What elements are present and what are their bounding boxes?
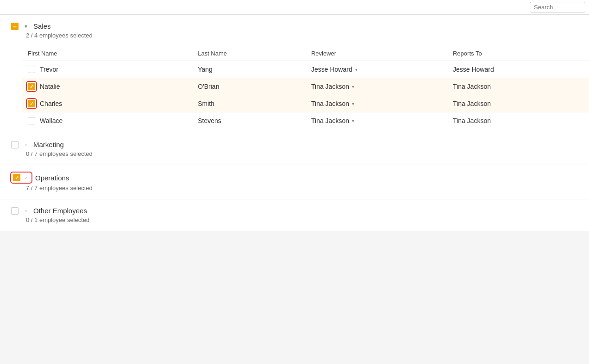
employee-reviewer: Tina Jackson ▾ <box>306 95 447 112</box>
search-input[interactable] <box>530 2 585 12</box>
sales-table-wrapper: First Name Last Name Reviewer Reports To… <box>0 46 589 129</box>
operations-subtitle: 7 / 7 employees selected <box>0 185 589 199</box>
marketing-chevron-icon[interactable]: › <box>22 141 30 148</box>
operations-checkbox[interactable] <box>13 174 20 181</box>
employee-firstname: Natalie <box>40 83 60 90</box>
sales-table: First Name Last Name Reviewer Reports To… <box>22 46 589 129</box>
employee-firstname-cell: Trevor <box>22 61 192 78</box>
employee-lastname: Stevens <box>192 112 306 130</box>
trevor-checkbox[interactable] <box>28 66 35 73</box>
table-row: Natalie O'Brian Tina Jackson ▾ Tina Jack… <box>22 78 589 95</box>
wallace-checkbox[interactable] <box>28 117 35 124</box>
marketing-title: Marketing <box>33 141 64 148</box>
top-bar <box>0 0 589 15</box>
table-row: Charles Smith Tina Jackson ▾ Tina Jackso… <box>22 95 589 112</box>
employee-lastname: O'Brian <box>192 78 306 95</box>
col-header-reviewer: Reviewer <box>306 46 447 61</box>
section-operations-header: › Operations <box>0 165 589 185</box>
employee-reportsto: Tina Jackson <box>447 112 589 130</box>
sales-title: Sales <box>33 22 51 30</box>
employee-firstname: Trevor <box>40 66 58 73</box>
marketing-subtitle: 0 / 7 employees selected <box>0 150 589 165</box>
sales-subtitle: 2 / 4 employees selected <box>0 32 589 46</box>
section-other: › Other Employees 0 / 1 employee selecte… <box>0 199 589 231</box>
employee-reportsto: Jesse Howard <box>447 61 589 78</box>
employee-reviewer: Tina Jackson ▾ <box>306 112 447 130</box>
sales-checkbox[interactable] <box>11 23 19 30</box>
table-row: Trevor Yang Jesse Howard ▾ Jesse Howard <box>22 61 589 78</box>
section-marketing: › Marketing 0 / 7 employees selected <box>0 133 589 165</box>
operations-highlight-group: › <box>11 173 31 183</box>
natalie-checkbox[interactable] <box>28 83 35 90</box>
section-sales: ▾ Sales 2 / 4 employees selected First N… <box>0 15 589 133</box>
section-other-header: › Other Employees <box>0 199 589 216</box>
employee-firstname-cell: Charles <box>22 95 192 112</box>
section-marketing-header: › Marketing <box>0 133 589 150</box>
other-title: Other Employees <box>33 207 87 215</box>
other-chevron-icon[interactable]: › <box>22 207 30 215</box>
table-row: Wallace Stevens Tina Jackson ▾ Tina Jack… <box>22 112 589 130</box>
reviewer-dropdown-icon[interactable]: ▾ <box>352 118 354 123</box>
sales-chevron-icon[interactable]: ▾ <box>22 23 30 30</box>
col-header-firstname: First Name <box>22 46 192 61</box>
reviewer-dropdown-icon[interactable]: ▾ <box>355 67 357 72</box>
employee-firstname-cell: Wallace <box>22 112 192 130</box>
employee-reviewer: Jesse Howard ▾ <box>306 61 447 78</box>
operations-chevron-icon[interactable]: › <box>22 174 30 181</box>
employee-firstname: Wallace <box>40 117 63 124</box>
employee-firstname-cell: Natalie <box>22 78 192 95</box>
employee-reviewer: Tina Jackson ▾ <box>306 78 447 95</box>
employee-lastname: Smith <box>192 95 306 112</box>
other-subtitle: 0 / 1 employee selected <box>0 216 589 231</box>
employee-reportsto: Tina Jackson <box>447 78 589 95</box>
employee-reportsto: Tina Jackson <box>447 95 589 112</box>
page-container: ▾ Sales 2 / 4 employees selected First N… <box>0 0 589 364</box>
marketing-checkbox[interactable] <box>11 141 19 148</box>
charles-checkbox[interactable] <box>28 100 35 107</box>
employee-lastname: Yang <box>192 61 306 78</box>
section-operations: › Operations 7 / 7 employees selected <box>0 165 589 199</box>
table-header-row: First Name Last Name Reviewer Reports To <box>22 46 589 61</box>
col-header-reportsto: Reports To <box>447 46 589 61</box>
operations-title: Operations <box>35 174 69 182</box>
employee-firstname: Charles <box>40 100 62 107</box>
reviewer-dropdown-icon[interactable]: ▾ <box>352 84 354 89</box>
reviewer-dropdown-icon[interactable]: ▾ <box>352 101 354 106</box>
other-checkbox[interactable] <box>11 207 19 215</box>
section-sales-header: ▾ Sales <box>0 15 589 32</box>
col-header-lastname: Last Name <box>192 46 306 61</box>
